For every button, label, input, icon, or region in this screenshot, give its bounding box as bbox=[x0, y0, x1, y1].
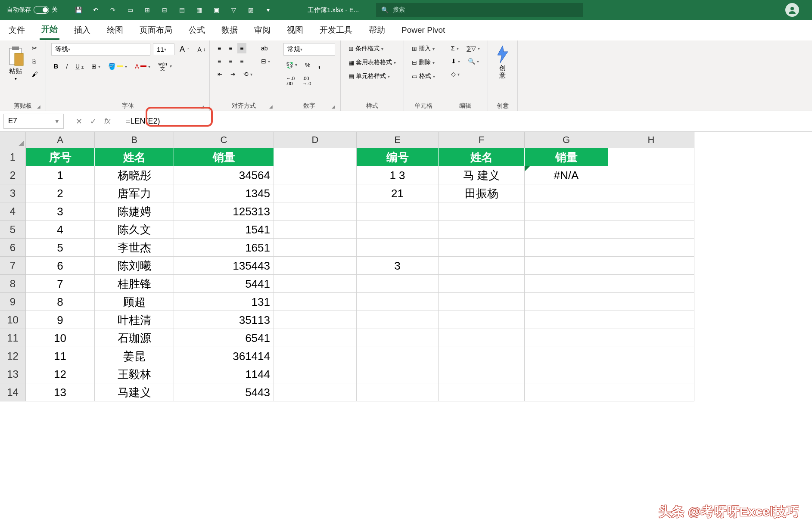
cell[interactable] bbox=[608, 275, 694, 293]
cell[interactable] bbox=[525, 311, 608, 329]
cell[interactable]: 12 bbox=[26, 365, 95, 383]
cell[interactable] bbox=[357, 365, 439, 383]
ideas-button[interactable]: 创 意 bbox=[493, 43, 512, 81]
orientation-icon[interactable]: ⟲ bbox=[241, 69, 255, 79]
wrap-text-button[interactable]: ab bbox=[258, 43, 273, 53]
formula-input[interactable]: =LEN(E2) bbox=[122, 115, 809, 127]
format-painter-button[interactable]: 🖌 bbox=[29, 69, 40, 79]
cell[interactable]: 3 bbox=[357, 257, 439, 275]
cell[interactable] bbox=[439, 239, 525, 257]
cell[interactable] bbox=[274, 239, 357, 257]
dialog-launcher-icon[interactable]: ◢ bbox=[332, 104, 335, 109]
font-name-select[interactable]: 等线 bbox=[51, 43, 150, 56]
cell[interactable]: 5443 bbox=[174, 383, 274, 401]
cell[interactable]: 1541 bbox=[174, 221, 274, 239]
col-header[interactable]: C bbox=[174, 132, 274, 148]
autosum-button[interactable]: Σ bbox=[448, 43, 461, 53]
percent-icon[interactable]: % bbox=[302, 60, 313, 70]
cell[interactable]: #N/A bbox=[525, 166, 608, 184]
cell[interactable]: 10 bbox=[26, 329, 95, 347]
cell[interactable] bbox=[357, 383, 439, 401]
row-header[interactable]: 1 bbox=[0, 148, 26, 166]
qat-icon-4[interactable]: ▤ bbox=[177, 5, 187, 15]
cell[interactable]: 135443 bbox=[174, 257, 274, 275]
clear-button[interactable]: ◇ bbox=[448, 69, 462, 79]
align-center-icon[interactable]: ≡ bbox=[226, 56, 235, 66]
col-header[interactable]: H bbox=[608, 132, 694, 148]
cell[interactable] bbox=[274, 383, 357, 401]
cell[interactable] bbox=[439, 221, 525, 239]
merge-button[interactable]: ⊟ bbox=[258, 56, 273, 66]
autosave-toggle[interactable]: 自动保存 关 bbox=[0, 6, 65, 14]
tab-review[interactable]: 审阅 bbox=[252, 21, 272, 39]
cell[interactable] bbox=[525, 383, 608, 401]
cell[interactable] bbox=[525, 257, 608, 275]
align-middle-icon[interactable]: ≡ bbox=[226, 43, 235, 53]
cell[interactable] bbox=[274, 329, 357, 347]
cell[interactable]: 编号 bbox=[357, 148, 439, 166]
cell[interactable] bbox=[274, 221, 357, 239]
bold-button[interactable]: B bbox=[51, 61, 61, 71]
sort-filter-button[interactable]: ⅀▽ bbox=[464, 43, 482, 53]
increase-font-icon[interactable]: A↑ bbox=[177, 43, 193, 56]
fill-button[interactable]: ⬇ bbox=[448, 56, 463, 66]
cell[interactable] bbox=[357, 293, 439, 311]
table-format-button[interactable]: ▦ 套用表格格式 bbox=[346, 57, 398, 68]
cell[interactable] bbox=[608, 202, 694, 221]
account-icon[interactable] bbox=[785, 3, 799, 17]
cell[interactable] bbox=[274, 275, 357, 293]
currency-icon[interactable]: 💱 bbox=[283, 60, 300, 70]
cell[interactable] bbox=[357, 221, 439, 239]
row-header[interactable]: 5 bbox=[0, 221, 26, 239]
cell[interactable]: 王毅林 bbox=[95, 365, 174, 383]
cell[interactable] bbox=[608, 311, 694, 329]
tab-file[interactable]: 文件 bbox=[7, 21, 27, 39]
tab-data[interactable]: 数据 bbox=[220, 21, 240, 39]
cell[interactable] bbox=[439, 311, 525, 329]
cell[interactable] bbox=[274, 257, 357, 275]
cell[interactable]: 李世杰 bbox=[95, 239, 174, 257]
cell[interactable]: 姓名 bbox=[95, 148, 174, 166]
col-header[interactable]: G bbox=[525, 132, 608, 148]
qat-icon-1[interactable]: ▭ bbox=[125, 5, 135, 15]
qat-icon-7[interactable]: ▨ bbox=[246, 5, 256, 15]
qat-icon-3[interactable]: ⊟ bbox=[159, 5, 170, 15]
cell[interactable]: 陈久文 bbox=[95, 221, 174, 239]
cell[interactable] bbox=[357, 239, 439, 257]
row-header[interactable]: 12 bbox=[0, 347, 26, 365]
tab-view[interactable]: 视图 bbox=[285, 21, 305, 39]
col-header[interactable]: B bbox=[95, 132, 174, 148]
cell[interactable] bbox=[274, 202, 357, 221]
number-format-select[interactable]: 常规 bbox=[283, 43, 335, 56]
align-bottom-icon[interactable]: ≡ bbox=[237, 43, 246, 53]
cell[interactable] bbox=[608, 365, 694, 383]
cell[interactable] bbox=[274, 166, 357, 184]
cell[interactable]: 3 bbox=[26, 202, 95, 221]
row-header[interactable]: 9 bbox=[0, 293, 26, 311]
row-header[interactable]: 4 bbox=[0, 202, 26, 221]
cell[interactable]: 5 bbox=[26, 239, 95, 257]
cell[interactable] bbox=[608, 184, 694, 202]
cell[interactable]: 34564 bbox=[174, 166, 274, 184]
cell[interactable] bbox=[357, 347, 439, 365]
cell[interactable]: 9 bbox=[26, 311, 95, 329]
cell[interactable] bbox=[439, 365, 525, 383]
tab-layout[interactable]: 页面布局 bbox=[138, 21, 174, 39]
row-header[interactable]: 6 bbox=[0, 239, 26, 257]
cell[interactable]: 销量 bbox=[174, 148, 274, 166]
cell[interactable] bbox=[525, 202, 608, 221]
cell[interactable]: 4 bbox=[26, 221, 95, 239]
cell[interactable] bbox=[525, 365, 608, 383]
cell[interactable]: 马 建义 bbox=[439, 166, 525, 184]
tab-help[interactable]: 帮助 bbox=[367, 21, 387, 39]
cell[interactable] bbox=[439, 275, 525, 293]
cell[interactable]: 21 bbox=[357, 184, 439, 202]
col-header[interactable]: E bbox=[357, 132, 439, 148]
cell[interactable]: 顾超 bbox=[95, 293, 174, 311]
cell[interactable] bbox=[608, 239, 694, 257]
fx-icon[interactable]: fx bbox=[104, 117, 110, 126]
cell[interactable] bbox=[525, 184, 608, 202]
cell[interactable] bbox=[357, 329, 439, 347]
col-header[interactable]: D bbox=[274, 132, 357, 148]
cell[interactable] bbox=[608, 383, 694, 401]
